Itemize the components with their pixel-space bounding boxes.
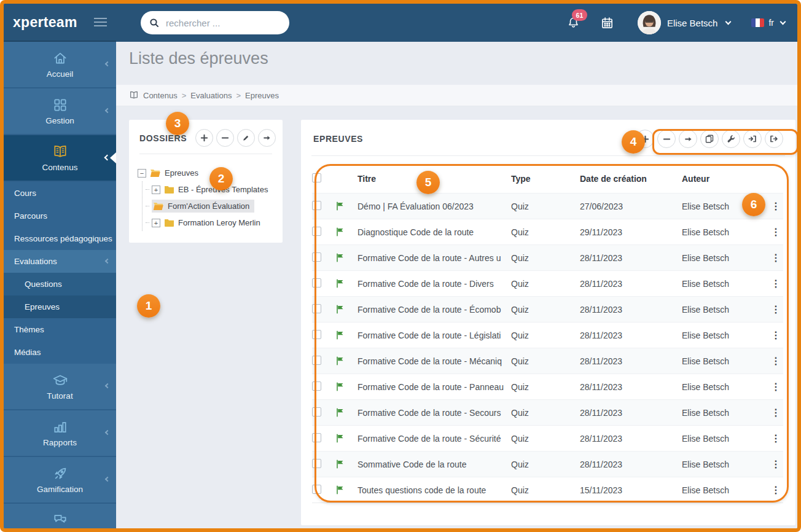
breadcrumb-separator: >: [182, 91, 187, 100]
breadcrumb-evaluations[interactable]: Evaluations: [190, 91, 232, 100]
annotation-box-toolbar: [652, 129, 799, 155]
search-input[interactable]: [165, 17, 289, 29]
bar-chart-icon: [52, 419, 68, 435]
annotation-step-3: 3: [166, 112, 189, 135]
active-notch: [110, 152, 116, 163]
french-flag-icon: [751, 18, 764, 27]
language-selector[interactable]: fr: [751, 18, 785, 28]
sub-item-label: Ressources pédagogiques: [14, 234, 112, 243]
sub-item-label: Parcours: [14, 211, 47, 221]
chat-bubbles-icon: [52, 511, 68, 527]
hamburger-menu-icon[interactable]: [94, 18, 107, 26]
tree-node-formaction[interactable]: Form'Action Évaluation: [146, 198, 278, 214]
sidebar-item-label: Tutorat: [47, 391, 72, 401]
book-icon: [52, 144, 68, 160]
sidebar-item-epreuves[interactable]: Epreuves: [4, 295, 116, 318]
collapse-icon[interactable]: −: [138, 169, 146, 178]
breadcrumb-epreuves[interactable]: Epreuves: [245, 91, 279, 100]
sub-item-label: Epreuves: [25, 302, 60, 311]
annotation-step-6: 6: [742, 193, 765, 216]
sidebar-item-medias[interactable]: Médias: [4, 341, 116, 364]
sidebar-item-evaluations[interactable]: Evaluations: [4, 250, 116, 273]
add-folder-button[interactable]: [195, 129, 213, 147]
remove-folder-button[interactable]: [216, 129, 234, 147]
graduation-cap-icon: [52, 372, 68, 388]
annotation-step-1: 1: [137, 294, 160, 318]
edit-folder-button[interactable]: [237, 129, 255, 147]
calendar-icon: [600, 16, 614, 30]
contenus-submenu: Cours Parcours Ressources pédagogiques E…: [4, 182, 116, 364]
chevron-left-icon: [104, 155, 111, 161]
expand-icon[interactable]: +: [152, 219, 160, 227]
sidebar-item-messages[interactable]: [4, 504, 116, 528]
epreuves-title: EPREUVES: [313, 134, 363, 144]
open-folder-icon: [153, 202, 164, 211]
pencil-icon: [242, 134, 250, 142]
sidebar-item-cours[interactable]: Cours: [4, 182, 116, 205]
search-icon: [149, 18, 159, 28]
sidebar-item-gestion[interactable]: Gestion: [4, 88, 116, 135]
calendar-button[interactable]: [600, 16, 614, 30]
sidebar: xperteam Accueil Gestion Contenus: [4, 4, 116, 528]
tree-node-epreuves[interactable]: − Epreuves: [138, 165, 278, 181]
language-code: fr: [768, 18, 774, 28]
breadcrumb: Contenus > Evaluations > Epreuves: [116, 85, 797, 106]
chevron-left-icon: [105, 258, 110, 263]
closed-folder-icon: [164, 219, 174, 227]
tree-node-label: Epreuves: [165, 168, 198, 178]
sidebar-item-ressources[interactable]: Ressources pédagogiques: [4, 227, 116, 250]
avatar: [638, 11, 661, 34]
logo-bar: xperteam: [4, 4, 116, 42]
grid-icon: [52, 97, 68, 113]
chevron-down-icon: [780, 19, 786, 25]
sidebar-item-label: Contenus: [42, 163, 78, 172]
sidebar-item-contenus[interactable]: Contenus: [4, 135, 116, 182]
selected-tree-node: Form'Action Évaluation: [152, 200, 254, 213]
sub-item-label: Evaluations: [14, 257, 57, 266]
sidebar-item-label: Accueil: [47, 69, 74, 79]
closed-folder-icon: [164, 186, 174, 194]
page-title: Liste des épreuves: [129, 49, 268, 68]
chevron-down-icon: [725, 19, 732, 25]
user-menu[interactable]: Elise Betsch: [638, 11, 731, 34]
app-logo: xperteam: [13, 14, 77, 31]
dossiers-panel: DOSSIERS: [129, 120, 283, 243]
user-name: Elise Betsch: [667, 18, 718, 28]
sidebar-item-label: Rapports: [43, 438, 77, 447]
sub-item-label: Thèmes: [14, 325, 44, 334]
tree-node-label: Form'Action Évaluation: [168, 201, 249, 211]
sidebar-item-tutorat[interactable]: Tutorat: [4, 364, 116, 410]
sidebar-item-parcours[interactable]: Parcours: [4, 205, 116, 227]
sidebar-item-themes[interactable]: Thèmes: [4, 318, 116, 341]
sub-item-label: Médias: [14, 348, 41, 357]
chevron-left-icon: [105, 61, 110, 66]
chevron-left-icon: [105, 430, 110, 435]
folder-tree: − Epreuves + EB - Épreuves Templates: [129, 154, 283, 231]
annotation-box-table: [315, 164, 789, 503]
annotation-step-4: 4: [622, 130, 645, 154]
home-icon: [52, 50, 68, 66]
breadcrumb-separator: >: [236, 91, 241, 100]
chevron-left-icon: [105, 383, 110, 388]
tree-node-leroy-merlin[interactable]: + Formation Leroy Merlin: [146, 214, 278, 231]
sidebar-item-rapports[interactable]: Rapports: [4, 410, 116, 457]
topbar: 61 Elise Betsch fr: [116, 4, 797, 42]
notification-badge: 61: [572, 9, 587, 21]
topbar-right: 61 Elise Betsch fr: [566, 11, 797, 34]
notifications-button[interactable]: 61: [566, 15, 580, 30]
annotation-step-2: 2: [209, 167, 233, 190]
sub-item-label: Cours: [14, 189, 36, 198]
plus-icon: [200, 134, 208, 142]
expand-icon[interactable]: +: [152, 186, 160, 194]
chevron-left-icon: [105, 108, 110, 113]
chevron-left-icon: [105, 477, 110, 482]
dossiers-toolbar: [195, 129, 276, 147]
move-folder-button[interactable]: [258, 129, 276, 147]
book-icon: [129, 90, 139, 100]
breadcrumb-contenus[interactable]: Contenus: [143, 91, 178, 100]
sidebar-item-gamification[interactable]: Gamification: [4, 457, 116, 504]
sidebar-item-questions[interactable]: Questions: [4, 273, 116, 295]
sub-item-label: Questions: [25, 280, 62, 289]
sidebar-item-accueil[interactable]: Accueil: [4, 42, 116, 88]
sidebar-item-label: Gestion: [45, 116, 74, 125]
